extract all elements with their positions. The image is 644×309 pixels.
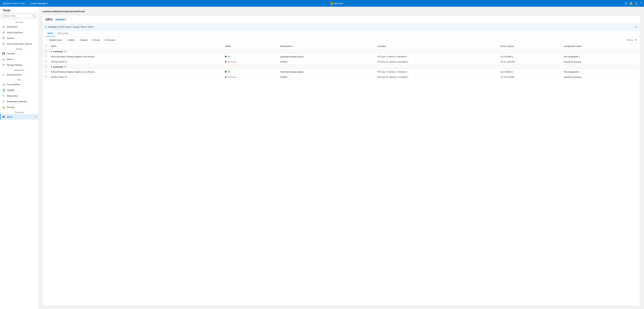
cluster-manager-dropdown[interactable]: Cluster Manager ▾ [30,2,48,5]
assignment-info-icon[interactable]: ℹ [579,71,580,73]
group-collapse-icon[interactable]: ▾ [51,66,52,68]
updates-icon: 🔄 [2,88,5,92]
microsoft-logo: Microsoft [330,2,343,5]
sidebar-item-volumes[interactable]: 💾 Volumes [0,51,38,56]
security-icon: 🔒 [2,106,5,109]
volumes-icon: 💾 [2,52,5,55]
minimize-icon[interactable]: ⊟ [625,2,627,5]
gpus-icon: 🎮 [2,115,5,118]
row-driver-version: 10.0.20348.1 [498,69,562,74]
tab-gpus[interactable]: GPUs [46,30,55,36]
group-checkbox[interactable] [45,50,47,52]
diagnostics-icon: 🔧 [2,94,5,97]
row-checkbox-col [43,74,49,80]
mount-button[interactable]: ⊙ Mount [90,38,102,42]
status-ok: OK [225,55,276,58]
row-checkbox[interactable] [45,55,47,57]
main-content: contoso.redmond.corp.microsoft.com GPU P… [38,7,644,309]
update-driver-icon: ↓ [47,39,48,41]
row-name: NVIDIA Tesla T4 [49,74,223,80]
row-checkbox[interactable] [45,70,47,72]
row-assignment-status: Not assignableℹ [562,69,640,74]
enable-button[interactable]: ↑ Enable [64,38,76,42]
assignment-status: Ready for pooling [564,76,581,78]
status-unknown: Unknown [225,76,276,78]
sidebar-item-diagnostics[interactable]: 🔧 Diagnostics [0,93,38,98]
sidebar-item-security[interactable]: 🔒 Security [0,104,38,110]
row-location: PCI bus 23, device 0, function 0 [376,59,498,64]
sidebar-item-updates-label: Updates [7,89,36,92]
topbar-right: ⊟ 🔔 ⚙ ? [625,2,641,5]
disable-button[interactable]: ↓ Disable [77,38,89,42]
search-box[interactable]: 🔍 [2,14,37,18]
row-checkbox-col [43,54,49,59]
enable-icon: ↑ [66,39,67,41]
sidebar-item-azure-kubernetes[interactable]: ☸ Azure Kubernetes Service [0,41,38,46]
drives-icon: 🖴 [2,58,5,61]
row-name: NVIDIA Tesla T4 [49,59,223,64]
sidebar-item-servers[interactable]: 🗄 Servers [0,35,38,41]
info-bar-close-button[interactable]: ✕ [635,26,637,28]
settings-icon[interactable]: ⚙ [635,2,638,5]
tab-gpu-pools[interactable]: GPU pools [55,30,70,36]
section-extensions: Extensions [0,110,38,114]
sidebar-item-azure-monitor[interactable]: 📊 Azure Monitor [0,82,38,87]
row-checkbox-col [43,59,49,64]
group-collapse-icon[interactable]: ▾ [51,50,52,53]
topbar: Windows Admin Center | Cluster Manager ▾… [0,0,644,7]
sidebar-item-updates[interactable]: 🔄 Updates [0,87,38,93]
table-row[interactable]: Microsoft Basic Display Adapter (Low Res… [43,54,640,59]
refresh-button[interactable]: ↻ [635,38,637,42]
assignment-info-icon[interactable]: ℹ [579,56,580,58]
group-checkbox[interactable] [45,66,47,68]
enable-label: Enable [68,39,74,41]
virtual-switches-icon: ⇄ [2,73,5,76]
sidebar-item-pm-label: Performance Monitor [7,100,36,103]
group-count: (2) [64,66,66,68]
sidebar-collapse-button[interactable]: ‹ [35,9,36,12]
row-assignment-status: Not assignableℹ [562,54,640,59]
table-group-row: ▾ contoso2 (2) [43,64,640,69]
table-row[interactable]: NVIDIA Tesla T4 Unknown NVIDIA PCI bus 2… [43,74,640,80]
azure-monitor-icon: 📊 [2,83,5,86]
row-driver-version: 27.21.14.5239 [498,59,562,64]
notifications-icon[interactable]: 🔔 [630,2,633,5]
sidebar-item-gpus[interactable]: 🎮 GPUs ↗ [0,114,38,120]
row-manufacturer: NVIDIA [278,59,376,64]
sidebar-item-gpus-label: GPUs [7,116,33,118]
update-driver-button[interactable]: ↓ Update driver [46,38,64,42]
gpu-panel: GPU PREVIEW ℹ ℹ Navigate to GPU pools to… [42,16,640,306]
sidebar-item-performance-monitor[interactable]: 📈 Performance Monitor [0,98,38,104]
sidebar-item-virtual-switches[interactable]: ⇄ Virtual switches [0,72,38,78]
sidebar-item-storage-replica[interactable]: ⊞ Storage Replica [0,62,38,68]
ms-label: Microsoft [334,2,343,5]
assignment-status: Not assignableℹ [564,55,638,58]
gpu-title: GPU [46,18,53,22]
table-row[interactable]: Microsoft Basic Display Adapter (Low Res… [43,69,640,74]
select-all-checkbox[interactable] [45,45,47,47]
row-location: PCI bus 3, device 0, function 0 [376,69,498,74]
row-checkbox[interactable] [45,76,47,78]
search-input[interactable] [2,14,31,18]
sidebar-title: Tools [3,9,10,12]
dismount-button[interactable]: ⊙ Dismount [102,38,117,42]
row-status: OK [223,54,278,59]
assignment-status: Not assignableℹ [564,70,638,73]
header-checkbox-col [43,44,49,49]
section-compute: Compute [0,20,38,24]
table-header: Name Status Manufacturer Location Driver… [43,44,640,49]
sidebar-item-drives[interactable]: 🖴 Drives [0,56,38,62]
help-icon[interactable]: ? [640,2,641,5]
disable-label: Disable [80,39,88,41]
sidebar-item-virtual-machines[interactable]: 🖥 Virtual machines [0,30,38,35]
row-checkbox[interactable] [45,60,47,62]
sidebar-item-dashboard[interactable]: ⊞ Dashboard [0,24,38,30]
row-driver-version: 27.21.14.5182 [498,74,562,80]
row-manufacturer: (Standard display types) [278,69,376,74]
chevron-down-icon: ▾ [47,2,48,5]
table-row[interactable]: NVIDIA Tesla T4 Unknown NVIDIA PCI bus 2… [43,59,640,64]
search-button[interactable]: 🔍 [31,14,36,18]
table-body: ▾ contoso1 (2) Microsoft Basic Display A… [43,49,640,80]
group-checkbox-col [43,49,49,54]
header-assignment-status: Assignment status [562,44,640,49]
